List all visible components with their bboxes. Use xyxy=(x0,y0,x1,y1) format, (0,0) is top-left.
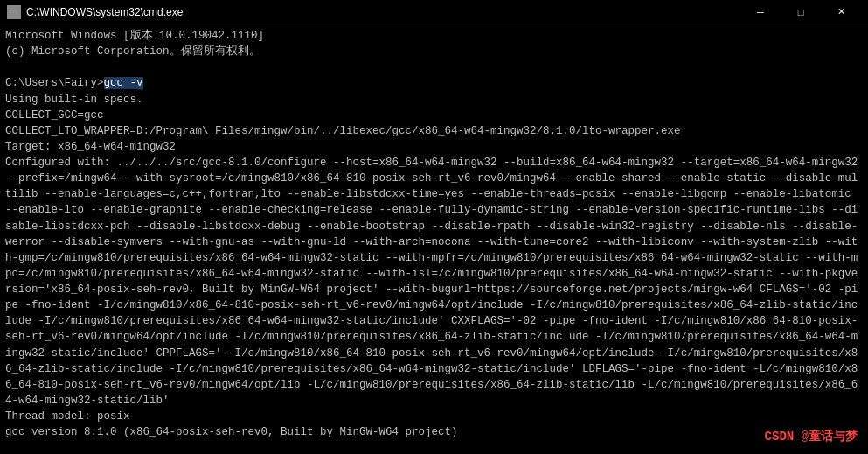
titlebar: C:\ C:\WINDOWS\system32\cmd.exe ─ □ ✕ xyxy=(0,0,868,24)
cmd-icon: C:\ xyxy=(7,5,21,19)
svg-text:C:\: C:\ xyxy=(10,9,17,14)
cmd-input-highlight: gcc -v xyxy=(104,77,143,89)
watermark: CSDN @童话与梦 xyxy=(765,428,858,445)
cmd-window: C:\ C:\WINDOWS\system32\cmd.exe ─ □ ✕ Mi… xyxy=(0,0,868,454)
terminal-text: Microsoft Windows [版本 10.0.19042.1110] (… xyxy=(5,28,863,454)
window-title: C:\WINDOWS\system32\cmd.exe xyxy=(26,6,183,18)
terminal-output[interactable]: Microsoft Windows [版本 10.0.19042.1110] (… xyxy=(0,24,868,454)
titlebar-left: C:\ C:\WINDOWS\system32\cmd.exe xyxy=(7,5,183,19)
maximize-button[interactable]: □ xyxy=(781,0,821,24)
minimize-button[interactable]: ─ xyxy=(740,0,781,24)
titlebar-controls: ─ □ ✕ xyxy=(740,0,861,24)
close-button[interactable]: ✕ xyxy=(821,0,861,24)
